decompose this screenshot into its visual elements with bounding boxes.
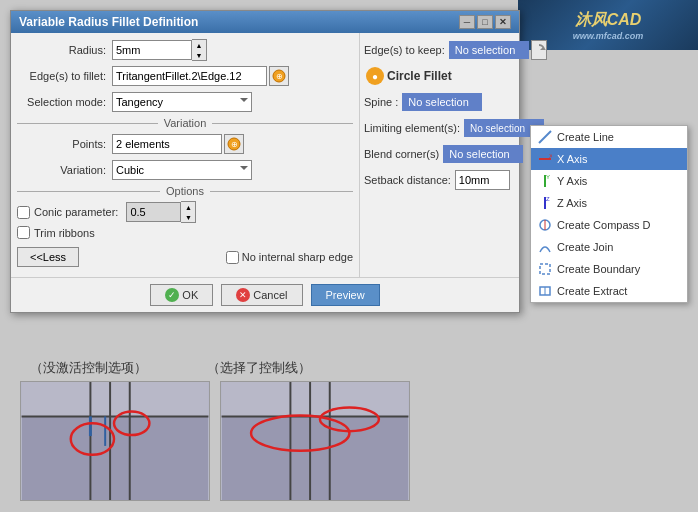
menu-item-create-extract-label: Create Extract (557, 285, 627, 297)
points-input[interactable] (112, 134, 222, 154)
setback-label: Setback distance: (364, 174, 455, 186)
no-internal-label: No internal sharp edge (242, 251, 353, 263)
options-section-label: Options (160, 185, 210, 197)
less-button[interactable]: <<Less (17, 247, 79, 267)
demo-svg-1 (21, 382, 209, 500)
edges-keep-value: No selection (449, 41, 529, 59)
menu-item-x-axis[interactable]: X X Axis (531, 148, 687, 170)
maximize-button[interactable]: □ (477, 15, 493, 29)
points-input-group: ⊕ (112, 134, 244, 154)
menu-item-x-axis-label: X Axis (557, 153, 588, 165)
svg-text:Y: Y (546, 174, 550, 180)
create-boundary-icon (537, 261, 553, 277)
radius-spinner: ▲ ▼ (192, 39, 207, 61)
setback-row: Setback distance: (364, 169, 515, 191)
limiting-row: Limiting element(s): No selection (364, 117, 515, 139)
selection-mode-label: Selection mode: (17, 96, 112, 108)
points-label: Points: (17, 138, 112, 150)
conic-spinner: ▲ ▼ (181, 201, 196, 223)
edges-fillet-row: Edge(s) to fillet: ⊕ (17, 65, 353, 87)
edges-keep-label: Edge(s) to keep: (364, 44, 449, 56)
setback-input[interactable] (455, 170, 510, 190)
chinese-labels: （没激活控制选项） （选择了控制线） (10, 355, 688, 381)
edges-keep-icon[interactable] (531, 40, 547, 60)
brand-text: 沐风CAD (575, 10, 642, 31)
create-join-icon (537, 239, 553, 255)
divider-line-left (17, 123, 158, 124)
radius-down-button[interactable]: ▼ (192, 50, 206, 60)
selection-mode-row: Selection mode: Tangency Point Minimal (17, 91, 353, 113)
bottom-left-row: <<Less No internal sharp edge (17, 243, 353, 271)
menu-item-create-line[interactable]: Create Line (531, 126, 687, 148)
dialog-content: Radius: ▲ ▼ Edge(s) to fillet: (11, 33, 519, 277)
cancel-label: Cancel (253, 289, 287, 301)
svg-text:Z: Z (546, 196, 550, 202)
create-extract-icon (537, 283, 553, 299)
trim-ribbons-row: Trim ribbons (17, 226, 353, 239)
label-no-active: （没激活控制选项） (30, 359, 147, 377)
radius-input[interactable] (112, 40, 192, 60)
radius-up-button[interactable]: ▲ (192, 40, 206, 50)
variation-field-label: Variation: (17, 164, 112, 176)
menu-item-create-boundary[interactable]: Create Boundary (531, 258, 687, 280)
refresh-icon (532, 43, 546, 57)
variation-divider: Variation (17, 117, 353, 129)
points-picker-button[interactable]: ⊕ (224, 134, 244, 154)
left-column: Radius: ▲ ▼ Edge(s) to fillet: (11, 33, 359, 277)
ok-icon: ✓ (165, 288, 179, 302)
bottom-section: （没激活控制选项） （选择了控制线） (10, 355, 688, 501)
conic-param-checkbox[interactable] (17, 206, 30, 219)
radius-row: Radius: ▲ ▼ (17, 39, 353, 61)
spine-value: No selection (402, 93, 482, 111)
blend-value: No selection (443, 145, 523, 163)
conic-down-button[interactable]: ▼ (181, 212, 195, 222)
no-internal-checkbox[interactable] (226, 251, 239, 264)
y-axis-icon: Y (537, 173, 553, 189)
blend-label: Blend corner(s) (364, 148, 443, 160)
svg-text:⊕: ⊕ (231, 140, 238, 149)
variation-select[interactable]: Cubic Linear (112, 160, 252, 180)
menu-item-y-axis[interactable]: Y Y Axis (531, 170, 687, 192)
z-axis-icon: Z (537, 195, 553, 211)
edges-fillet-picker-button[interactable]: ⊕ (269, 66, 289, 86)
menu-item-create-join-label: Create Join (557, 241, 613, 253)
radius-input-group: ▲ ▼ (112, 39, 207, 61)
menu-item-create-compass[interactable]: Create Compass D (531, 214, 687, 236)
menu-item-z-axis-label: Z Axis (557, 197, 587, 209)
conic-input[interactable] (126, 202, 181, 222)
create-compass-icon (537, 217, 553, 233)
menu-item-create-compass-label: Create Compass D (557, 219, 651, 231)
cancel-icon: ✕ (236, 288, 250, 302)
dialog-title: Variable Radius Fillet Definition (19, 15, 198, 29)
ok-button[interactable]: ✓ OK (150, 284, 213, 306)
trim-ribbons-checkbox[interactable] (17, 226, 30, 239)
selection-mode-select[interactable]: Tangency Point Minimal (112, 92, 252, 112)
conic-up-button[interactable]: ▲ (181, 202, 195, 212)
minimize-button[interactable]: ─ (459, 15, 475, 29)
preview-label: Preview (326, 289, 365, 301)
label-selected: （选择了控制线） (207, 359, 311, 377)
circle-fillet-button[interactable]: ● Circle Fillet (364, 65, 454, 87)
radius-label: Radius: (17, 44, 112, 56)
picker-icon: ⊕ (272, 69, 286, 83)
close-button[interactable]: ✕ (495, 15, 511, 29)
menu-item-z-axis[interactable]: Z Z Axis (531, 192, 687, 214)
circle-fillet-row: ● Circle Fillet (364, 65, 515, 87)
options-divider: Options (17, 185, 353, 197)
svg-line-4 (539, 131, 551, 143)
context-menu: Create Line X X Axis Y Y Axis Z Z Axis (530, 125, 688, 303)
main-dialog: Variable Radius Fillet Definition ─ □ ✕ … (10, 10, 520, 313)
cancel-button[interactable]: ✕ Cancel (221, 284, 302, 306)
demo-image-1 (20, 381, 210, 501)
conic-param-row: Conic parameter: ▲ ▼ (17, 201, 353, 223)
ok-label: OK (182, 289, 198, 301)
menu-item-create-extract[interactable]: Create Extract (531, 280, 687, 302)
menu-item-create-join[interactable]: Create Join (531, 236, 687, 258)
options-line-left (17, 191, 160, 192)
edges-fillet-input[interactable] (112, 66, 267, 86)
variation-section-label: Variation (158, 117, 213, 129)
edges-fillet-label: Edge(s) to fillet: (17, 70, 112, 82)
demo-images (10, 381, 688, 501)
titlebar-buttons: ─ □ ✕ (459, 15, 511, 29)
preview-button[interactable]: Preview (311, 284, 380, 306)
